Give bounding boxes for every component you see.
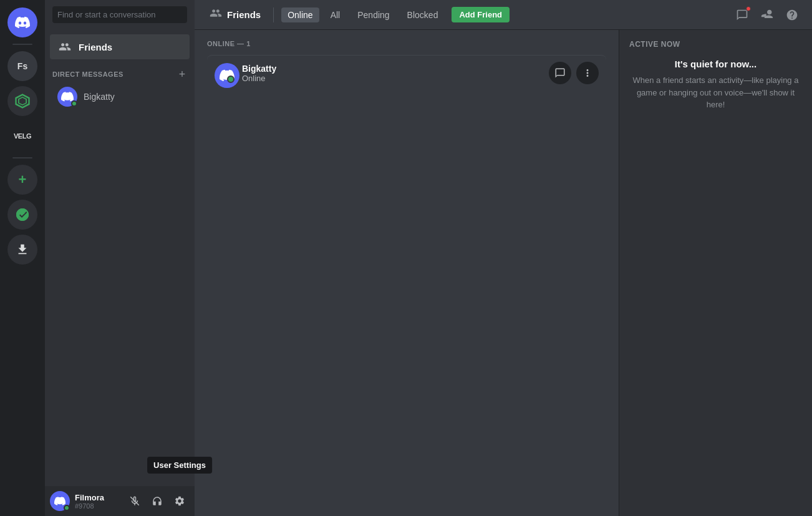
dm-section: Friends DIRECT MESSAGES + Bigkatty [45,29,195,486]
inbox-button[interactable] [757,5,777,25]
bigkatty-dm-username: Bigkatty [84,92,115,102]
server-fs-label: Fs [17,61,27,71]
new-group-dm-badge [746,6,751,11]
tab-all[interactable]: All [324,7,347,22]
user-actions: User Settings [125,491,190,511]
mute-button[interactable] [125,491,145,511]
server-fs[interactable]: Fs [7,51,37,81]
server-velg[interactable]: VELG [7,121,37,151]
user-panel: Filmora #9708 User Settings [45,486,195,516]
help-button[interactable] [782,5,802,25]
tab-online[interactable]: Online [281,7,319,22]
dm-user-bigkatty[interactable]: Bigkatty [50,82,190,112]
active-now-panel: ACTIVE NOW It's quiet for now... When a … [619,30,812,516]
bigkatty-friend-info: Bigkatty Online [242,64,549,83]
bigkatty-friend-actions [549,62,599,84]
server-velg-label: VELG [14,132,31,140]
quiet-description: When a friend starts an activity—like pl… [629,74,802,111]
bigkatty-friend-status: Online [242,74,549,83]
self-avatar-container [50,491,70,511]
deafen-button[interactable] [147,491,167,511]
add-friend-button[interactable]: Add Friend [452,7,510,22]
self-user-info: Filmora #9708 [75,493,120,510]
friends-nav-label: Friends [227,9,261,20]
direct-messages-label: DIRECT MESSAGES [52,71,123,78]
active-now-title: ACTIVE NOW [629,40,802,49]
discord-home-button[interactable] [7,7,37,37]
bigkatty-friend-status-dot [227,75,234,83]
bigkatty-status-dot [71,100,77,107]
friends-nav-item[interactable]: Friends [50,34,190,59]
search-bar-container [45,0,195,29]
server-sidebar: Fs VELG + [0,0,45,516]
friends-area: ONLINE — 1 Bigkatty Online [195,30,812,516]
server-divider-2 [12,157,32,158]
server-divider-1 [12,44,32,45]
self-status-dot [64,505,70,511]
add-server-button[interactable]: + [7,165,37,195]
bigkatty-friend-name: Bigkatty [242,64,549,74]
server-nitro[interactable] [7,86,37,116]
nav-divider [273,7,274,22]
tab-blocked[interactable]: Blocked [401,7,445,22]
new-group-dm-button[interactable] [732,5,752,25]
explore-servers-button[interactable] [7,200,37,230]
download-apps-button[interactable] [7,235,37,265]
friends-icon [57,39,72,54]
top-nav: Friends Online All Pending Blocked Add F… [195,0,812,30]
direct-messages-header: DIRECT MESSAGES + [45,59,195,82]
self-username: Filmora [75,493,120,502]
tab-pending[interactable]: Pending [351,7,395,22]
friends-nav-label: Friends [79,42,112,52]
friends-list: ONLINE — 1 Bigkatty Online [195,30,619,516]
settings-button[interactable]: User Settings [170,491,190,511]
bigkatty-more-button[interactable] [576,62,599,84]
friends-nav-button[interactable]: Friends [205,4,266,25]
add-dm-button[interactable]: + [177,69,187,79]
quiet-title: It's quiet for now... [629,59,802,69]
self-discriminator: #9708 [75,502,120,510]
online-header: ONLINE — 1 [207,40,606,47]
friend-row-bigkatty[interactable]: Bigkatty Online [207,55,606,90]
bigkatty-message-button[interactable] [549,62,571,84]
main-content: Friends Online All Pending Blocked Add F… [195,0,812,516]
add-server-icon: + [19,172,27,188]
dm-sidebar: Friends DIRECT MESSAGES + Bigkatty [45,0,195,516]
friends-nav-icon [210,7,222,22]
bigkatty-friend-avatar-container [215,63,234,83]
search-input[interactable] [52,6,187,23]
bigkatty-avatar-container [57,87,77,107]
bigkatty-friend-avatar [215,63,239,88]
